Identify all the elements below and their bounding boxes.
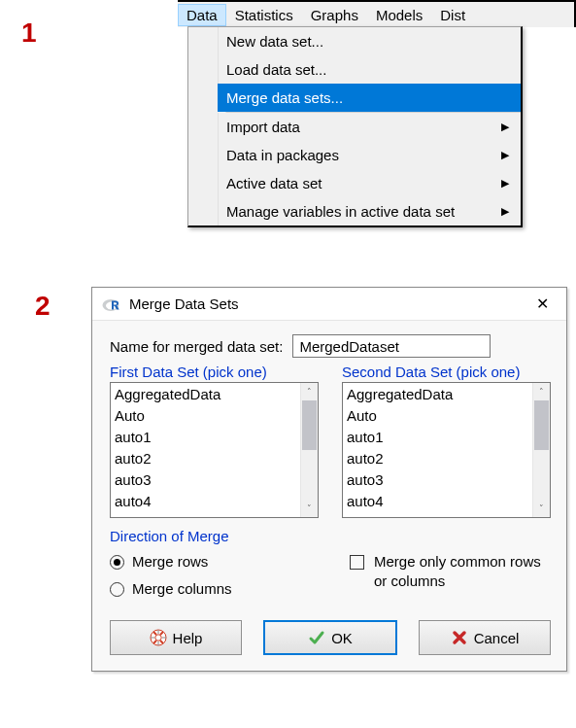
- menu-item-label: Load data set...: [226, 61, 326, 78]
- list-item[interactable]: AggregatedData: [347, 384, 528, 405]
- list-item[interactable]: auto1: [347, 427, 528, 448]
- list-item[interactable]: auto1: [115, 427, 296, 448]
- menu-graphs[interactable]: Graphs: [302, 4, 367, 26]
- menu-statistics[interactable]: Statistics: [226, 4, 302, 26]
- merged-name-input[interactable]: [292, 334, 491, 358]
- annotation-2: 2: [35, 291, 51, 322]
- check-icon: [308, 629, 325, 646]
- scrollbar[interactable]: ˄ ˅: [532, 383, 550, 517]
- scroll-thumb[interactable]: [302, 400, 317, 450]
- second-data-set-listbox[interactable]: AggregatedData Auto auto1 auto2 auto3 au…: [342, 382, 551, 518]
- chevron-right-icon: ▶: [501, 149, 509, 161]
- menu-item-new-data-set[interactable]: New data set...: [218, 27, 521, 55]
- merge-columns-radio[interactable]: Merge columns: [110, 575, 311, 603]
- menu-item-label: Active data set: [226, 175, 322, 191]
- cancel-button[interactable]: Cancel: [419, 620, 551, 655]
- checkbox-icon: [350, 555, 364, 570]
- menu-item-load-data-set[interactable]: Load data set...: [218, 55, 521, 84]
- menu-item-label: Merge data sets...: [226, 89, 343, 106]
- menu-item-label: Data in packages: [226, 147, 339, 163]
- direction-of-merge-label: Direction of Merge: [110, 528, 551, 544]
- list-item[interactable]: auto4: [347, 491, 528, 512]
- list-item[interactable]: auto2: [347, 448, 528, 469]
- scroll-up-icon[interactable]: ˄: [533, 383, 550, 400]
- menu-models[interactable]: Models: [367, 4, 431, 26]
- chevron-right-icon: ▶: [501, 205, 509, 218]
- button-label: OK: [331, 630, 353, 646]
- scroll-down-icon[interactable]: ˅: [533, 500, 550, 517]
- list-item[interactable]: auto4: [115, 491, 296, 512]
- chevron-right-icon: ▶: [501, 177, 509, 190]
- list-item[interactable]: auto3: [347, 469, 528, 491]
- menu-item-data-in-packages[interactable]: Data in packages ▶: [218, 141, 521, 169]
- menu-item-label: Manage variables in active data set: [226, 203, 455, 220]
- first-data-set-listbox[interactable]: AggregatedData Auto auto1 auto2 auto3 au…: [110, 382, 319, 518]
- radio-label: Merge rows: [132, 548, 208, 575]
- dialog-title: Merge Data Sets: [129, 295, 239, 312]
- second-data-set-label: Second Data Set (pick one): [342, 364, 551, 380]
- close-button[interactable]: ✕: [528, 291, 557, 317]
- help-button[interactable]: Help: [110, 620, 242, 655]
- x-icon: [451, 629, 468, 646]
- list-item[interactable]: Auto: [115, 405, 296, 427]
- list-item[interactable]: auto3: [115, 469, 296, 491]
- radio-icon: [110, 582, 124, 597]
- merge-data-sets-dialog: Merge Data Sets ✕ Name for merged data s…: [91, 287, 567, 672]
- svg-point-3: [154, 635, 160, 641]
- data-dropdown: New data set... Load data set... Merge d…: [187, 26, 523, 227]
- menu-item-label: New data set...: [226, 33, 323, 50]
- list-item[interactable]: AggregatedData: [115, 384, 296, 405]
- checkbox-label: Merge only common rows or columns: [374, 552, 551, 591]
- menubar: Data Statistics Graphs Models Dist: [178, 0, 576, 27]
- menu-item-import-data[interactable]: Import data ▶: [218, 113, 521, 141]
- merge-rows-radio[interactable]: Merge rows: [110, 548, 311, 575]
- button-label: Help: [173, 630, 203, 646]
- scroll-down-icon[interactable]: ˅: [301, 500, 318, 517]
- name-label: Name for merged data set:: [110, 338, 283, 355]
- merge-only-common-checkbox[interactable]: Merge only common rows or columns: [350, 548, 551, 603]
- lifebuoy-icon: [150, 629, 167, 646]
- radio-icon: [110, 555, 124, 570]
- first-data-set-label: First Data Set (pick one): [110, 364, 319, 380]
- r-app-icon: [102, 296, 121, 312]
- radio-label: Merge columns: [132, 575, 232, 603]
- menu-item-active-data-set[interactable]: Active data set ▶: [218, 169, 521, 197]
- scroll-thumb[interactable]: [534, 400, 549, 450]
- menu-item-label: Import data: [226, 119, 300, 135]
- menu-item-manage-variables[interactable]: Manage variables in active data set ▶: [218, 197, 521, 225]
- dialog-titlebar: Merge Data Sets ✕: [92, 288, 566, 321]
- chevron-right-icon: ▶: [501, 121, 509, 133]
- list-item[interactable]: Auto: [347, 405, 528, 427]
- annotation-1: 1: [21, 17, 37, 49]
- menu-dist[interactable]: Dist: [431, 4, 474, 26]
- button-label: Cancel: [474, 630, 520, 646]
- scrollbar[interactable]: ˄ ˅: [300, 383, 318, 517]
- list-item[interactable]: auto2: [115, 448, 296, 469]
- scroll-up-icon[interactable]: ˄: [301, 383, 318, 400]
- menu-item-merge-data-sets[interactable]: Merge data sets...: [218, 84, 521, 112]
- ok-button[interactable]: OK: [263, 620, 397, 655]
- menu-data[interactable]: Data: [178, 4, 226, 26]
